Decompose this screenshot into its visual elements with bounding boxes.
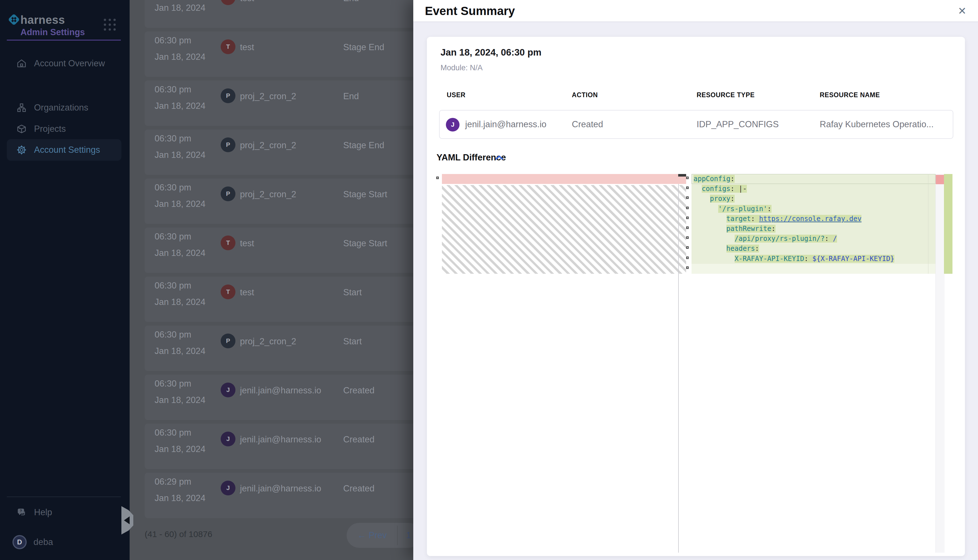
row-time: 06:30 pm — [155, 232, 206, 242]
row-resource: proj_2_cron_2 — [240, 337, 296, 347]
row-action: End — [343, 0, 359, 3]
sidebar-item-organizations[interactable]: Organizations — [7, 97, 121, 118]
row-time: 06:30 pm — [155, 330, 206, 340]
yaml-line: configs: |- — [692, 184, 935, 194]
prev-page-button[interactable]: ← Prev — [358, 523, 386, 548]
sidebar-item-help[interactable]: ? Help — [7, 502, 121, 523]
row-date: Jan 18, 2024 — [155, 52, 206, 62]
projects-icon — [17, 124, 27, 134]
row-date: Jan 18, 2024 — [155, 444, 206, 454]
diff-line-marker — [686, 197, 689, 199]
avatar: J — [221, 383, 236, 397]
sidebar-item-label: Projects — [34, 124, 66, 134]
row-time: 06:30 pm — [155, 428, 206, 438]
sidebar-item-account-settings[interactable]: Account Settings — [7, 139, 121, 161]
sidebar-item-label: Account Overview — [34, 58, 105, 68]
user-menu[interactable]: D deba — [12, 535, 53, 549]
row-timestamp: 06:30 pm Jan 18, 2024 — [155, 280, 206, 307]
diff-line-marker — [686, 237, 689, 239]
row-time: 06:30 pm — [155, 378, 206, 389]
list-item[interactable]: 06:30 pm Jan 18, 2024 P proj_2_cron_2 St… — [145, 130, 425, 175]
row-action: Start — [343, 287, 362, 298]
diff-scrollbar-track[interactable] — [935, 174, 945, 553]
user-name: deba — [33, 537, 53, 547]
sidebar-divider — [7, 40, 121, 40]
row-date: Jan 18, 2024 — [155, 346, 206, 356]
module-subtitle: Admin Settings — [20, 27, 85, 37]
list-item[interactable]: 06:30 pm Jan 18, 2024 P proj_2_cron_2 En… — [145, 80, 425, 126]
row-timestamp: 06:30 pm Jan 18, 2024 — [155, 133, 206, 160]
column-header-user: USER — [447, 91, 465, 99]
avatar: T — [221, 0, 236, 5]
row-action: Stage End — [343, 42, 385, 52]
event-module: Module: N/A — [440, 63, 483, 72]
drawer-header: Event Summary ✕ — [413, 0, 978, 22]
list-item[interactable]: 06:30 pm Jan 18, 2024 J jenil.jain@harne… — [145, 424, 425, 469]
sidebar-item-account-overview[interactable]: Account Overview — [7, 53, 121, 74]
yaml-line: pathRewrite: — [692, 224, 935, 234]
list-item[interactable]: 06:29 pm Jan 18, 2024 J jenil.jain@harne… — [145, 473, 425, 518]
avatar: P — [221, 88, 236, 103]
row-time: 06:30 pm — [155, 280, 206, 291]
row-timestamp: 06:30 pm Jan 18, 2024 — [155, 428, 206, 454]
column-header-resource-name: RESOURCE NAME — [820, 91, 880, 99]
row-resource: jenil.jain@harness.io — [240, 435, 321, 445]
diff-scroll-thumb[interactable] — [678, 174, 686, 177]
diff-line-marker — [686, 207, 689, 209]
row-time: 06:29 pm — [155, 477, 206, 487]
row-date: Jan 18, 2024 — [155, 395, 206, 405]
sidebar-item-projects[interactable]: Projects — [7, 118, 121, 140]
pagination: ← Prev 1 — [347, 523, 421, 548]
event-datetime: Jan 18, 2024, 06:30 pm — [440, 47, 542, 58]
column-header-resource-type: RESOURCE TYPE — [697, 91, 755, 99]
app-grid-icon[interactable] — [104, 19, 117, 32]
page-number-button[interactable]: 1 — [406, 523, 411, 548]
diff-line-marker — [686, 227, 689, 229]
row-timestamp: 06:30 pm Jan 18, 2024 — [155, 232, 206, 258]
event-user: jenil.jain@harness.io — [465, 110, 547, 138]
avatar: P — [221, 137, 236, 152]
list-item[interactable]: 06:30 pm Jan 18, 2024 T test Start — [145, 277, 425, 322]
list-item[interactable]: 06:30 pm Jan 18, 2024 T test Stage Start — [145, 228, 425, 273]
diff-pane-divider — [678, 174, 679, 553]
user-avatar: D — [12, 535, 27, 549]
row-resource: proj_2_cron_2 — [240, 140, 296, 150]
yaml-line: proxy: — [692, 194, 935, 204]
collapse-arrow-icon — [124, 517, 130, 524]
sidebar-item-label: Account Settings — [34, 145, 100, 155]
chevron-up-icon[interactable] — [495, 155, 503, 160]
list-item[interactable]: 06:30 pm Jan 18, 2024 P proj_2_cron_2 St… — [145, 178, 425, 224]
row-resource: test — [240, 287, 254, 298]
diff-line-marker — [686, 257, 689, 259]
avatar: P — [221, 333, 236, 348]
diff-line-marker — [436, 177, 439, 179]
yaml-line: appConfig: — [692, 174, 935, 184]
event-resource-type: IDP_APP_CONFIGS — [697, 110, 779, 138]
row-timestamp: 06:30 pm Jan 18, 2024 — [155, 35, 206, 62]
list-item[interactable]: 06:30 pm Jan 18, 2024 T test Stage End — [145, 32, 425, 77]
avatar: J — [446, 118, 460, 132]
yaml-line: X-RAFAY-API-KEYID: ${X-RAFAY-API-KEYID} — [692, 254, 935, 264]
avatar: J — [221, 481, 236, 495]
row-timestamp: 06:30 pm Jan 18, 2024 — [155, 85, 206, 111]
row-timestamp: 06:29 pm Jan 18, 2024 — [155, 477, 206, 503]
avatar: T — [221, 285, 236, 299]
row-resource: test — [240, 42, 254, 52]
event-table-row: J jenil.jain@harness.io Created IDP_APP_… — [439, 110, 953, 139]
close-icon[interactable]: ✕ — [954, 0, 971, 22]
list-item[interactable]: 06:30 pm Jan 18, 2024 J jenil.jain@harne… — [145, 375, 425, 420]
row-action: Stage End — [343, 140, 385, 150]
row-timestamp: 06:30 pm Jan 18, 2024 — [155, 0, 206, 13]
list-item[interactable]: 06:30 pm Jan 18, 2024 T test End — [145, 0, 425, 28]
row-action: Stage Start — [343, 238, 387, 248]
row-action: Created — [343, 483, 374, 494]
list-item[interactable]: 06:30 pm Jan 18, 2024 P proj_2_cron_2 St… — [145, 326, 425, 371]
row-timestamp: 06:30 pm Jan 18, 2024 — [155, 378, 206, 405]
event-action: Created — [572, 110, 603, 138]
svg-text:?: ? — [20, 509, 22, 513]
row-time: 06:30 pm — [155, 133, 206, 144]
yaml-line: target: https://console.rafay.dev — [692, 214, 935, 224]
event-summary-card: Jan 18, 2024, 06:30 pm Module: N/A USER … — [427, 37, 965, 556]
column-header-action: ACTION — [572, 91, 598, 99]
diff-added-ruler — [944, 174, 953, 274]
